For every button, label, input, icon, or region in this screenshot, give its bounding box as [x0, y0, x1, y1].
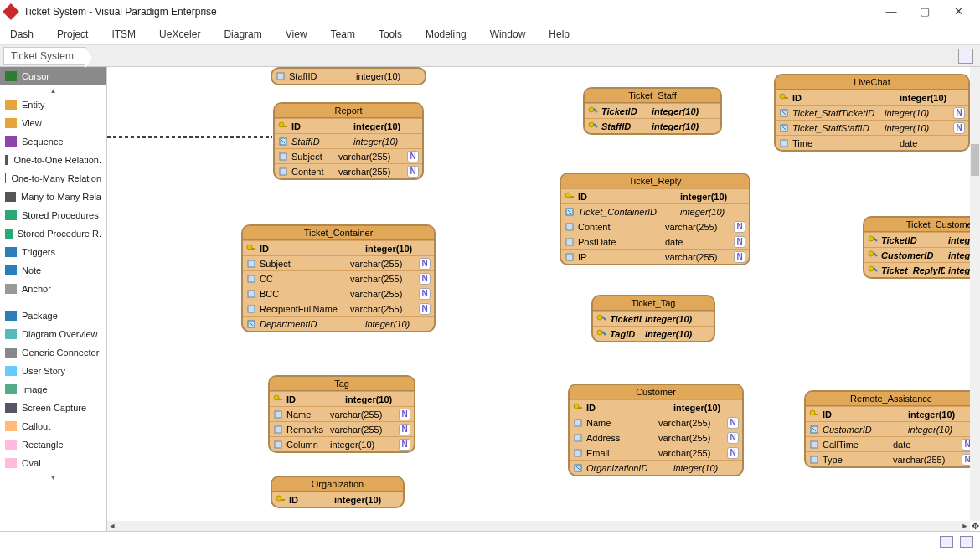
palette-sequence[interactable]: Sequence	[0, 132, 106, 151]
column-name[interactable]: Namevarchar(255)N	[570, 415, 742, 430]
close-button[interactable]: ✕	[941, 0, 975, 23]
breadcrumb[interactable]: Ticket System	[3, 47, 86, 65]
palette-screen-capture[interactable]: Screen Capture	[0, 399, 106, 417]
entity-ticket_customer[interactable]: Ticket_CustomerTicketIDinteger(10)Custom…	[863, 216, 970, 279]
entity-tag[interactable]: TagIDinteger(10)Namevarchar(255)NRemarks…	[268, 375, 415, 453]
palette-diagram-overview[interactable]: Diagram Overview	[0, 325, 106, 343]
palette-anchor[interactable]: Anchor	[0, 280, 106, 298]
entity-organization[interactable]: OrganizationIDinteger(10)	[271, 476, 405, 508]
palette-rectangle[interactable]: Rectangle	[0, 435, 106, 454]
column-subject[interactable]: Subjectvarchar(255)N	[275, 148, 422, 163]
column-remarks[interactable]: Remarksvarchar(255)N	[270, 421, 414, 436]
column-id[interactable]: IDinteger(10)	[272, 492, 403, 507]
palette-stored-procedures[interactable]: Stored Procedures	[0, 206, 106, 224]
column-id[interactable]: IDinteger(10)	[570, 399, 742, 415]
horizontal-scrollbar[interactable]: ◄ ►	[107, 521, 970, 531]
pan-icon[interactable]: ✥	[970, 521, 980, 531]
mail-icon[interactable]	[940, 536, 953, 548]
palette-many-to-many-rela[interactable]: Many-to-Many Rela	[0, 188, 106, 206]
palette-more-icon[interactable]: ▼	[0, 472, 106, 482]
column-id[interactable]: IDinteger(10)	[275, 118, 422, 133]
column-name[interactable]: Namevarchar(255)N	[270, 406, 414, 421]
column-address[interactable]: Addressvarchar(255)N	[570, 430, 742, 445]
column-ticket_staffticketid[interactable]: Ticket_StaffTicketIDinteger(10)N	[776, 105, 968, 120]
column-type[interactable]: Typevarchar(255)N	[806, 451, 970, 466]
palette-callout[interactable]: Callout	[0, 417, 106, 435]
column-id[interactable]: IDinteger(10)	[561, 188, 749, 203]
entity-ticket_container[interactable]: Ticket_ContainerIDinteger(10)Subjectvarc…	[241, 224, 436, 332]
entity-livechat[interactable]: LiveChatIDinteger(10)Ticket_StaffTicketI…	[774, 74, 970, 152]
column-id[interactable]: IDinteger(10)	[776, 90, 968, 105]
column-postdate[interactable]: PostDatedateN	[561, 234, 749, 249]
column-organizationid[interactable]: OrganizationIDinteger(10)	[570, 460, 742, 475]
entity-ticket_staff[interactable]: Ticket_StaffTicketIDinteger(10)StaffIDin…	[583, 87, 722, 135]
column-content[interactable]: Contentvarchar(255)N	[561, 219, 749, 234]
column-id[interactable]: IDinteger(10)	[270, 391, 414, 406]
menu-diagram[interactable]: Diagram	[224, 28, 261, 40]
column-id[interactable]: IDinteger(10)	[243, 240, 434, 255]
entity-remote_assistance[interactable]: Remote_AssistanceIDinteger(10)CustomerID…	[804, 390, 970, 468]
menu-view[interactable]: View	[286, 28, 307, 40]
column-email[interactable]: Emailvarchar(255)N	[570, 445, 742, 460]
scroll-left-icon[interactable]: ◄	[107, 522, 117, 530]
menu-help[interactable]: Help	[549, 28, 570, 40]
palette-collapse-icon[interactable]: ▲	[0, 85, 106, 95]
palette-user-story[interactable]: User Story	[0, 362, 106, 380]
column-ticket_replyid[interactable]: Ticket_ReplyIDinteger(10)	[864, 262, 970, 277]
palette-cursor[interactable]: Cursor	[0, 67, 106, 85]
column-id[interactable]: IDinteger(10)	[806, 406, 970, 421]
menu-modeling[interactable]: Modeling	[426, 28, 467, 40]
column-calltime[interactable]: CallTimedateN	[806, 436, 970, 451]
column-bcc[interactable]: BCCvarchar(255)N	[243, 286, 434, 301]
column-ticket_staffstaffid[interactable]: Ticket_StaffStaffIDinteger(10)N	[776, 120, 968, 135]
note-status-icon[interactable]	[960, 536, 973, 548]
entity-customer[interactable]: CustomerIDinteger(10)Namevarchar(255)NAd…	[568, 384, 744, 476]
entity-report[interactable]: ReportIDinteger(10)StaffIDinteger(10)Sub…	[273, 102, 424, 180]
column-departmentid[interactable]: DepartmentIDinteger(10)	[243, 316, 434, 331]
column-recipientfullname[interactable]: RecipientFullNamevarchar(255)N	[243, 301, 434, 316]
column-ticketid[interactable]: TicketIDinteger(10)	[585, 103, 720, 118]
entity-ticket_tag[interactable]: Ticket_TagTicketIDinteger(10)TagIDintege…	[591, 295, 715, 342]
menu-dash[interactable]: Dash	[10, 28, 34, 40]
column-cc[interactable]: CCvarchar(255)N	[243, 270, 434, 286]
column-ticketid[interactable]: TicketIDinteger(10)	[593, 311, 714, 326]
palette-triggers[interactable]: Triggers	[0, 243, 106, 261]
palette-one-to-one-relation-[interactable]: One-to-One Relation.	[0, 151, 106, 169]
entity-ticket_reply[interactable]: Ticket_ReplyIDinteger(10)Ticket_Containe…	[560, 173, 750, 265]
palette-image[interactable]: Image	[0, 380, 106, 399]
entity-staff_frag[interactable]: StaffIDinteger(10)	[271, 67, 426, 85]
menu-uexceler[interactable]: UeXceler	[159, 28, 200, 40]
palette-stored-procedure-r-[interactable]: Stored Procedure R.	[0, 224, 106, 243]
column-ticketid[interactable]: TicketIDinteger(10)	[864, 232, 970, 247]
palette-oval[interactable]: Oval	[0, 454, 106, 472]
menu-project[interactable]: Project	[57, 28, 88, 40]
menu-window[interactable]: Window	[490, 28, 526, 40]
column-ticket_containerid[interactable]: Ticket_ContainerIDinteger(10)	[561, 203, 749, 219]
column-content[interactable]: Contentvarchar(255)N	[275, 163, 422, 178]
column-tagid[interactable]: TagIDinteger(10)	[593, 326, 714, 341]
column-subject[interactable]: Subjectvarchar(255)N	[243, 255, 434, 270]
vertical-scrollbar[interactable]	[970, 67, 980, 521]
scroll-right-icon[interactable]: ►	[960, 522, 970, 530]
palette-view[interactable]: View	[0, 114, 106, 132]
diagram-canvas[interactable]: StaffIDinteger(10)ReportIDinteger(10)Sta…	[107, 67, 970, 521]
palette-entity[interactable]: Entity	[0, 95, 106, 114]
column-time[interactable]: Timedate	[776, 135, 968, 150]
column-staffid[interactable]: StaffIDinteger(10)	[585, 118, 720, 133]
palette-note[interactable]: Note	[0, 261, 106, 280]
diagram-settings-icon[interactable]	[958, 49, 973, 64]
column-staffid[interactable]: StaffIDinteger(10)	[275, 133, 422, 148]
column-customerid[interactable]: CustomerIDinteger(10)	[864, 247, 970, 262]
menu-itsm[interactable]: ITSM	[111, 28, 136, 40]
column-column[interactable]: Columninteger(10)N	[270, 436, 414, 451]
palette-generic-connector[interactable]: Generic Connector	[0, 343, 106, 362]
menu-tools[interactable]: Tools	[379, 28, 402, 40]
column-staffid[interactable]: StaffIDinteger(10)	[272, 69, 425, 84]
column-ip[interactable]: IPvarchar(255)N	[561, 249, 749, 264]
palette-one-to-many-relation[interactable]: One-to-Many Relation	[0, 169, 106, 188]
palette-package[interactable]: Package	[0, 306, 106, 325]
menu-team[interactable]: Team	[331, 28, 355, 40]
maximize-button[interactable]: ▢	[908, 0, 941, 23]
column-customerid[interactable]: CustomerIDinteger(10)	[806, 421, 970, 436]
minimize-button[interactable]: —	[874, 0, 908, 23]
